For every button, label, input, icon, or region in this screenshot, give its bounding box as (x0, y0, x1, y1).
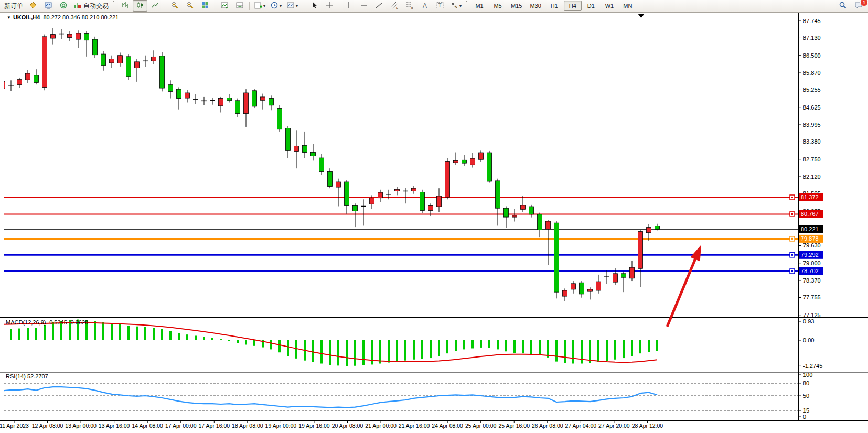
cursor-button[interactable] (307, 0, 322, 12)
time-tick-label: 27 Apr 20:00 (598, 423, 630, 429)
toolbar-separator (339, 2, 339, 10)
toolbar-separator (249, 2, 250, 10)
search-button[interactable] (835, 0, 850, 12)
equidistant-channel-button[interactable]: E (387, 0, 402, 12)
new-order-button[interactable]: 新订单 (2, 0, 25, 12)
candle (395, 189, 400, 191)
autotrading-label: 自动交易 (83, 2, 109, 10)
fibonacci-button[interactable]: F (402, 0, 417, 12)
candle (34, 75, 39, 83)
candle (613, 274, 618, 282)
crosshair-button[interactable] (322, 0, 337, 12)
candle (420, 192, 425, 211)
time-tick-label: 25 Apr 16:00 (498, 423, 530, 429)
timeframe-button-m5[interactable]: M5 (489, 1, 507, 11)
arrows-button[interactable]: ▾ (448, 0, 464, 12)
macd-tick-label: 0.00 (803, 337, 814, 343)
candle (462, 160, 467, 163)
candlestick-chart-button[interactable] (133, 0, 147, 12)
candle (135, 62, 140, 68)
text-label-button[interactable]: T (433, 0, 447, 12)
axis-price-flag-label: 80.767 (801, 211, 819, 217)
collapse-icon[interactable]: ▼ (7, 15, 11, 20)
notifications-button[interactable]: 1 (851, 0, 866, 12)
candle (277, 109, 282, 129)
candle (93, 39, 98, 55)
timeframe-button-mn[interactable]: MN (619, 1, 637, 11)
time-tick-label: 19 Apr 00:00 (265, 423, 297, 429)
candle (51, 35, 56, 38)
time-tick-label: 20 Apr 08:00 (332, 423, 363, 429)
candle (235, 101, 240, 114)
timeframe-button-m30[interactable]: M30 (526, 1, 544, 11)
chevron-down-icon: ▾ (459, 4, 462, 8)
timeframe-button-h1[interactable]: H1 (545, 1, 563, 11)
cursor-icon (310, 1, 318, 11)
time-tick-label: 18 Apr 08:00 (232, 423, 263, 429)
equidistant-channel-icon: E (390, 1, 399, 11)
svg-text:T: T (438, 3, 442, 8)
bars-chart-icon (121, 1, 129, 11)
tile-windows-button[interactable] (198, 0, 212, 12)
price-tick-label: 84.625 (803, 104, 821, 111)
candle (638, 232, 643, 269)
candle (319, 158, 324, 171)
time-tick-label: 28 Apr 12:00 (632, 423, 663, 429)
axis-price-flag-label: 78.702 (801, 268, 819, 274)
trendline-button[interactable] (372, 0, 387, 12)
template-button[interactable]: ▾ (284, 0, 300, 12)
line-chart-button[interactable] (148, 0, 163, 12)
rsi-tick-label: 80 (803, 380, 809, 386)
candle (580, 283, 584, 294)
timeframe-button-d1[interactable]: D1 (582, 1, 600, 11)
autotrading-button[interactable]: 自动交易 (71, 0, 111, 12)
toolbar-right-group: 1 (835, 0, 866, 12)
period-button[interactable]: ▾ (268, 0, 284, 12)
candle (621, 274, 626, 277)
indicators-button[interactable] (217, 0, 232, 12)
chevron-down-icon: ▾ (280, 4, 282, 8)
zoom-out-button[interactable] (183, 0, 197, 12)
price-tick-label: 87.745 (803, 18, 821, 24)
indicators-icon (220, 1, 229, 11)
macd-name: MACD(12,26,9) (6, 319, 46, 326)
candle (227, 98, 232, 101)
timeframe-button-m15[interactable]: M15 (507, 1, 526, 11)
new-chart-icon (254, 1, 262, 11)
candle (563, 290, 567, 296)
crosshair-icon (325, 1, 334, 11)
terminal-button[interactable] (41, 0, 56, 12)
candle (345, 182, 349, 205)
timeframe-button-h4[interactable]: H4 (564, 1, 582, 11)
symbol-ohlc-label[interactable]: ▼UKOil-,H4 80.272 80.346 80.210 80.221 (7, 14, 119, 20)
time-tick-label: 14 Apr 08:00 (132, 423, 163, 429)
indicator-list-icon (235, 1, 244, 11)
candle (353, 205, 358, 211)
market-watch-button[interactable] (26, 0, 40, 12)
horizontal-line-button[interactable] (357, 0, 371, 12)
candle (487, 153, 492, 181)
chart-canvas[interactable]: 87.74587.13086.50085.87085.25584.62583.9… (0, 0, 868, 433)
candle (378, 192, 383, 198)
zoom-in-button[interactable] (167, 0, 182, 12)
candle (252, 91, 257, 106)
text-button[interactable]: A (417, 0, 432, 12)
price-tick-label: 83.380 (803, 138, 821, 145)
indicator-list-button[interactable] (232, 0, 247, 12)
candle (68, 34, 72, 37)
timeframe-button-w1[interactable]: W1 (601, 1, 618, 11)
candle (336, 182, 341, 187)
time-tick-label: 17 Apr 00:00 (165, 423, 197, 429)
vertical-line-button[interactable] (341, 0, 356, 12)
toolbar-grip (303, 1, 304, 10)
trendline-icon (375, 1, 383, 11)
price-tick-label: 85.870 (803, 70, 821, 76)
svg-text:E: E (396, 6, 398, 9)
candle (42, 37, 47, 88)
timeframe-button-m1[interactable]: M1 (470, 1, 488, 11)
bars-chart-button[interactable] (117, 0, 132, 12)
navigator-button[interactable] (56, 0, 71, 12)
price-tick-label: 82.120 (803, 174, 821, 180)
candle (303, 145, 307, 152)
new-chart-button[interactable]: ▾ (252, 0, 267, 12)
